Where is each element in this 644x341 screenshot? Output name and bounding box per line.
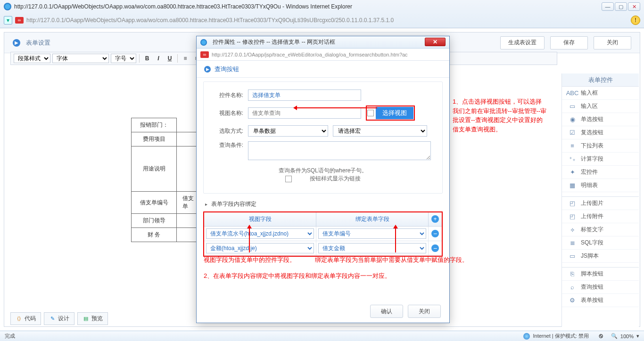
chevron-right-icon: ▸ — [205, 202, 207, 207]
control-name-input[interactable] — [248, 89, 361, 101]
protected-mode-icon[interactable]: 🛇 — [598, 333, 603, 339]
url-text[interactable]: http://127.0.0.1/OAapp/WebObjects/OAapp.… — [26, 17, 628, 24]
control-calc[interactable]: ⁺₊计算字段 — [562, 153, 639, 166]
background-form-table: 报销部门： 费用项目 用途说明 借支单编号借支单 部门领导 财 务 — [131, 118, 205, 242]
view-field-select-1[interactable]: 借支单流水号(htoa_xjjzd.jzdno) — [206, 228, 314, 239]
binding-row: 金额(htoa_xjjzd.je) 借支金额 − — [204, 241, 442, 256]
select-mode-dropdown[interactable]: 单条数据 — [248, 125, 328, 137]
cell-loan-no: 借支单编号 — [132, 192, 177, 214]
italic-button[interactable]: I — [154, 54, 163, 63]
js-icon: ▭ — [569, 253, 576, 260]
rect-icon: ▭ — [569, 103, 576, 110]
view-name-input[interactable] — [248, 107, 361, 119]
delete-row-button[interactable]: − — [431, 230, 439, 237]
tab-design[interactable]: ✎设计 — [44, 312, 74, 325]
control-form-button[interactable]: ⚙表单按钮 — [562, 294, 639, 307]
abc-icon: ABC — [569, 90, 576, 97]
gear-icon: ⚙ — [569, 297, 576, 304]
wand-icon: ⟡ — [569, 227, 576, 233]
address-bar: ▾ ∞ http://127.0.0.1/OAapp/WebObjects/OA… — [0, 13, 644, 27]
dialog-footer: 确认 关闭 — [370, 305, 441, 318]
underline-button[interactable]: U — [165, 54, 174, 63]
zoom-value: 100% — [620, 333, 634, 339]
annotation-arrow-2b — [395, 226, 396, 252]
control-upload-file[interactable]: ◰上传附件 — [562, 210, 639, 223]
calc-icon: ⁺₊ — [569, 156, 576, 162]
label-condition: 查询条件: — [213, 141, 243, 149]
security-shield-icon[interactable]: ▾ — [4, 16, 12, 24]
maximize-button[interactable]: ▢ — [615, 2, 627, 11]
annotation-arrow-2a — [249, 226, 250, 252]
align-left-button[interactable]: ≡ — [181, 54, 190, 63]
bold-button[interactable]: B — [142, 54, 152, 63]
image-icon: ◰ — [569, 200, 576, 207]
grid-icon: ▦ — [569, 182, 576, 189]
title-bar: http://127.0.0.1/OAapp/WebObjects/OAapp.… — [0, 0, 644, 13]
control-textarea[interactable]: ▭输入区 — [562, 100, 639, 113]
view-field-select-2[interactable]: 金额(htoa_xjjzd.je) — [206, 243, 314, 253]
generate-table-button[interactable]: 生成表设置 — [500, 36, 545, 49]
favicon-icon: ∞ — [200, 51, 209, 58]
favicon-icon: ∞ — [15, 17, 24, 24]
cell-purpose: 用途说明 — [132, 146, 177, 192]
control-macro[interactable]: ✦宏控件 — [562, 166, 639, 179]
form-hints: 查询条件为SQL语句的where子句。 按钮样式显示为链接 — [213, 165, 433, 186]
tab-preview[interactable]: ▤预览 — [77, 312, 108, 325]
header-arrow-icon: ▶ — [13, 39, 20, 47]
tab-code[interactable]: ⟨⟩代码 — [10, 312, 41, 325]
label-select-mode: 选取方式: — [213, 127, 243, 135]
close-button[interactable]: 关闭 — [594, 36, 631, 49]
control-query-button[interactable]: ⌕查询按钮 — [562, 281, 639, 294]
delete-row-button[interactable]: − — [431, 244, 439, 252]
code-icon: ⟨⟩ — [16, 316, 22, 322]
add-row-button[interactable]: + — [431, 215, 439, 223]
cell-item: 费用项目 — [132, 132, 177, 146]
annotation-text-1: 1、点击选择视图按钮，可以选择我们之前在审批流转--审批管理--审批设置--查询… — [453, 97, 547, 134]
control-label[interactable]: ⟡标签文字 — [562, 223, 639, 236]
control-input[interactable]: ABC输入框 — [562, 87, 639, 100]
control-js[interactable]: ▭JS脚本 — [562, 250, 639, 263]
window-status-bar: 完成 Internet | 保护模式: 禁用 🛇 🔍 100% ▾ — [0, 331, 644, 341]
radio-icon: ◉ — [569, 116, 576, 123]
zoom-dropdown[interactable]: ▾ — [636, 333, 639, 339]
label-control-name: 控件名称: — [213, 91, 243, 99]
minimize-button[interactable]: — — [602, 2, 614, 11]
select-view-button[interactable]: 选择视图 — [376, 107, 413, 119]
font-select[interactable]: 字体 — [52, 54, 109, 63]
close-button[interactable]: ✕ — [628, 2, 640, 11]
control-upload-image[interactable]: ◰上传图片 — [562, 197, 639, 210]
script-icon: ⎘ — [569, 271, 576, 277]
control-sql[interactable]: ≣SQL字段 — [562, 236, 639, 250]
control-dropdown[interactable]: ≡下拉列表 — [562, 139, 639, 153]
macro-icon: ✦ — [569, 169, 576, 176]
form-controls-panel: 表单控件 ABC输入框 ▭输入区 ◉单选按钮 ☑复选按钮 ≡下拉列表 ⁺₊计算字… — [561, 73, 639, 327]
dialog-close-button[interactable]: ✕ — [425, 38, 446, 46]
control-radio[interactable]: ◉单选按钮 — [562, 113, 639, 126]
save-button[interactable]: 保存 — [550, 36, 588, 49]
globe-icon — [523, 333, 530, 340]
control-detail[interactable]: ▦明细表 — [562, 179, 639, 192]
col-view-field: 视图字段 — [204, 212, 316, 226]
warning-badge-icon[interactable]: ! — [631, 16, 640, 25]
ok-button[interactable]: 确认 — [370, 305, 403, 318]
design-icon: ✎ — [49, 316, 56, 322]
zoom-icon[interactable]: 🔍 — [611, 333, 618, 339]
annotation-text-3: 2、在表单字段内容绑定中将视图字段和绑定表单字段内容一一对应。 — [204, 271, 391, 281]
control-checkbox[interactable]: ☑复选按钮 — [562, 126, 639, 139]
cancel-button[interactable]: 关闭 — [408, 305, 441, 318]
file-icon: ◰ — [569, 213, 576, 220]
condition-textarea[interactable] — [248, 141, 431, 160]
font-size-select[interactable]: 字号 — [111, 54, 136, 63]
view-checkbox[interactable] — [367, 110, 374, 116]
dialog-form: 控件名称: 视图名称: 选择视图 选取方式: 单条数据 请选择宏 查询条件: — [203, 81, 443, 194]
macro-dropdown[interactable]: 请选择宏 — [333, 125, 427, 137]
form-field-select-2[interactable]: 借支金额 — [318, 243, 426, 253]
status-zone: Internet | 保护模式: 禁用 — [533, 333, 588, 340]
binding-section-header[interactable]: ▸ 表单字段内容绑定 — [197, 197, 449, 211]
control-script-button[interactable]: ⎘脚本按钮 — [562, 268, 639, 281]
editor-mode-tabs: ⟨⟩代码 ✎设计 ▤预览 — [10, 312, 108, 325]
link-style-checkbox[interactable] — [285, 176, 292, 182]
dialog-titlebar[interactable]: 控件属性 -- 修改控件 -- 选择借支单 -- 网页对话框 ✕ — [197, 36, 449, 49]
paragraph-style-select[interactable]: 段落样式 — [14, 54, 50, 63]
form-field-select-1[interactable]: 借支单编号 — [318, 228, 426, 239]
